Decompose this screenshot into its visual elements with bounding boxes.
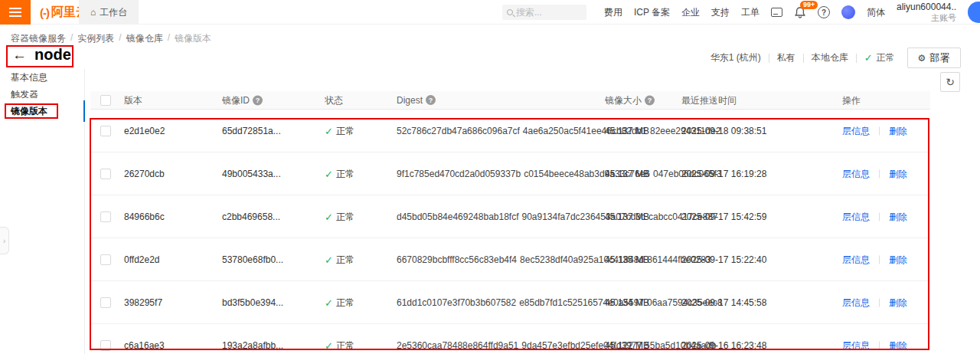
size-cell: 45.122 MB xyxy=(605,340,649,351)
table-row: c6a16ae3 193a2a8afbb... ✓ 正常 2e5360caa78… xyxy=(90,324,930,354)
status-cell: ✓ 正常 xyxy=(325,210,354,223)
digest-cell: d45bd05b84e469248bab18fcf90a9134fa7dc236… xyxy=(397,210,718,223)
actions-cell: 层信息 删除 xyxy=(842,296,907,309)
status-cell: ✓ 正常 xyxy=(325,124,354,137)
layer-info-link[interactable]: 层信息 xyxy=(842,296,870,309)
sidebar: 基本信息 触发器 镜像版本 xyxy=(0,69,85,354)
layer-info-link[interactable]: 层信息 xyxy=(842,339,870,352)
status-label: 正常 xyxy=(336,167,354,180)
deploy-button[interactable]: ⚙ 部署 xyxy=(907,48,961,68)
push-time-cell: 2025-09-17 14:45:58 xyxy=(681,297,766,308)
page-title: node xyxy=(34,46,71,64)
community-icon[interactable] xyxy=(841,5,855,19)
check-icon: ✓ xyxy=(325,168,333,179)
image-id-cell: 53780e68fb0... xyxy=(222,254,283,265)
delete-link[interactable]: 删除 xyxy=(889,339,907,352)
notification-bell-icon[interactable]: 99+ xyxy=(794,6,806,19)
back-arrow-icon[interactable]: ← xyxy=(12,48,27,62)
console-icon[interactable] xyxy=(771,8,782,17)
image-id-help-icon[interactable]: ? xyxy=(253,95,263,105)
push-time-cell: 2025-09-16 16:23:48 xyxy=(681,340,766,351)
digest-cell: 9f1c785ed470cd2a0d059337bc0154beece48ab3… xyxy=(397,167,721,180)
nav-icp[interactable]: ICP 备案 xyxy=(634,6,670,19)
row-checkbox[interactable] xyxy=(100,211,111,222)
delete-link[interactable]: 删除 xyxy=(889,210,907,223)
language-switch[interactable]: 简体 xyxy=(867,6,885,19)
delete-link[interactable]: 删除 xyxy=(889,253,907,266)
delete-link[interactable]: 删除 xyxy=(889,124,907,137)
menu-button[interactable] xyxy=(0,0,31,25)
delete-link[interactable]: 删除 xyxy=(889,167,907,180)
digest-cell: 52c786c27db47a686c096a7cf4ae6a250ac5f41e… xyxy=(397,124,721,137)
version-cell: 398295f7 xyxy=(124,297,162,308)
image-id-cell: 193a2a8afbb... xyxy=(222,340,283,351)
digest-line: 9f1c785ed470cd2a0d059337b xyxy=(397,167,521,180)
meta-divider xyxy=(769,54,769,63)
deploy-label: 部署 xyxy=(929,51,950,65)
digest-help-icon[interactable]: ? xyxy=(426,95,436,105)
layer-info-link[interactable]: 层信息 xyxy=(842,210,870,223)
row-checkbox[interactable] xyxy=(100,297,111,308)
account-menu[interactable]: aliyun600044... 主账号 xyxy=(897,2,956,23)
row-checkbox[interactable] xyxy=(100,169,111,179)
select-all-checkbox[interactable] xyxy=(100,95,111,106)
meta-divider xyxy=(803,54,804,63)
nav-support[interactable]: 支持 xyxy=(711,6,730,19)
table-row: 398295f7 bd3f5b0e394... ✓ 正常 61dd1c0107e… xyxy=(90,281,930,324)
breadcrumb: 容器镜像服务 / 实例列表 / 镜像仓库 / 镜像版本 xyxy=(11,32,211,45)
account-name: aliyun600044... xyxy=(897,2,956,12)
version-cell: e2d1e0e2 xyxy=(124,126,165,136)
image-id-cell: 49b005433a... xyxy=(222,169,281,179)
sidebar-item-basic-info[interactable]: 基本信息 xyxy=(0,69,84,86)
image-id-cell: c2bb469658... xyxy=(222,211,280,222)
push-time-cell: 2025-09-17 16:19:28 xyxy=(681,169,766,179)
status-label: 正常 xyxy=(336,124,354,137)
action-divider xyxy=(879,169,880,178)
breadcrumb-item-current: 镜像版本 xyxy=(175,32,211,45)
row-checkbox[interactable] xyxy=(100,254,111,265)
status-label: 正常 xyxy=(336,253,354,266)
breadcrumb-item-service[interactable]: 容器镜像服务 xyxy=(11,32,66,45)
size-cell: 45.134 MB xyxy=(605,297,649,308)
sidebar-item-image-versions[interactable]: 镜像版本 xyxy=(0,103,84,120)
delete-link[interactable]: 删除 xyxy=(889,296,907,309)
row-checkbox[interactable] xyxy=(100,340,111,351)
status-label: 正常 xyxy=(336,339,354,352)
workbench-tab[interactable]: ⌂ 工作台 xyxy=(79,0,139,25)
digest-line: 2e5360caa78488e864ffd9a51 xyxy=(397,339,518,352)
check-icon: ✓ xyxy=(325,297,333,308)
layer-info-link[interactable]: 层信息 xyxy=(842,253,870,266)
avatar[interactable] xyxy=(968,2,980,23)
nav-enterprise[interactable]: 企业 xyxy=(681,6,700,19)
size-help-icon[interactable]: ? xyxy=(645,95,655,105)
header-size: 镜像大小 ? xyxy=(605,93,655,107)
nav-billing[interactable]: 费用 xyxy=(604,6,622,19)
action-divider xyxy=(879,126,880,135)
version-cell: 0ffd2e2d xyxy=(124,254,160,265)
table-row: 84966b6c c2bb469658... ✓ 正常 d45bd05b84e4… xyxy=(90,195,930,238)
sidebar-collapse-handle[interactable]: › xyxy=(0,227,9,254)
search-box[interactable] xyxy=(502,5,586,20)
actions-cell: 层信息 删除 xyxy=(842,210,907,223)
notification-badge: 99+ xyxy=(800,1,818,9)
sidebar-item-triggers[interactable]: 触发器 xyxy=(0,86,84,103)
help-circle-icon[interactable]: ? xyxy=(818,6,830,18)
row-checkbox[interactable] xyxy=(100,126,111,136)
layer-info-link[interactable]: 层信息 xyxy=(842,124,870,137)
status-cell: ✓ 正常 xyxy=(325,253,354,266)
nav-ticket[interactable]: 工单 xyxy=(741,6,760,19)
meta-divider xyxy=(856,54,857,63)
breadcrumb-separator: / xyxy=(119,32,121,45)
topbar: (-) 阿里云 ⌂ 工作台 费用 ICP 备案 企业 支持 工单 99+ ? 简… xyxy=(0,0,980,25)
layer-info-link[interactable]: 层信息 xyxy=(842,167,870,180)
chevron-right-icon: › xyxy=(3,236,6,245)
breadcrumb-item-instances[interactable]: 实例列表 xyxy=(77,32,114,45)
status-label: 正常 xyxy=(336,296,354,309)
table-row: 26270dcb 49b005433a... ✓ 正常 9f1c785ed470… xyxy=(90,152,930,195)
search-input[interactable] xyxy=(516,7,577,18)
refresh-icon: ↻ xyxy=(946,76,955,88)
refresh-button[interactable]: ↻ xyxy=(940,72,960,92)
check-icon: ✓ xyxy=(325,125,333,136)
breadcrumb-item-repos[interactable]: 镜像仓库 xyxy=(126,32,163,45)
home-icon: ⌂ xyxy=(90,7,96,18)
